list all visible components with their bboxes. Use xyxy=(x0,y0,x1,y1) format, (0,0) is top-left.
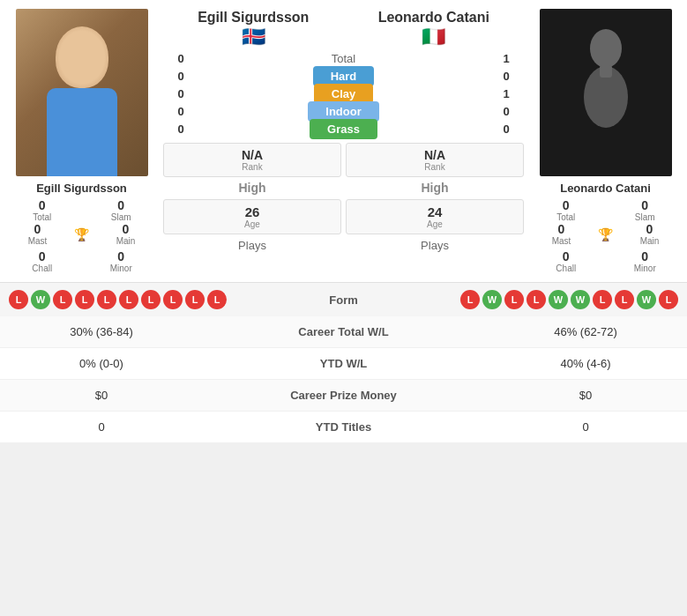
left-total-score: 0 xyxy=(163,52,198,65)
form-badge-l: L xyxy=(526,290,546,309)
form-badge-l: L xyxy=(615,290,634,309)
right-chall-label: Chall xyxy=(528,263,604,273)
stats-left-2: $0 xyxy=(13,389,190,402)
right-name-center: Leonardo Catani xyxy=(344,9,525,26)
form-badge-l: L xyxy=(119,290,138,309)
right-age-value: 24 xyxy=(428,204,443,219)
left-main-label: Main xyxy=(93,236,159,246)
form-label: Form xyxy=(329,293,358,307)
left-mast-item: 0 Mast xyxy=(4,222,71,246)
form-badge-w: W xyxy=(482,290,502,309)
right-mast-label: Mast xyxy=(528,236,594,246)
left-slam-item: 0 Slam xyxy=(84,198,160,222)
left-chall-item: 0 Chall xyxy=(4,249,80,273)
stats-row-1: 0% (0-0)YTD W/L40% (4-6) xyxy=(0,348,687,380)
stats-rows: 30% (36-84)Career Total W/L46% (62-72)0%… xyxy=(0,316,687,443)
left-flag: 🇮🇸 xyxy=(163,26,344,48)
right-chall-minor-row: 0 Chall 0 Minor xyxy=(528,249,683,273)
form-badge-l: L xyxy=(460,290,480,309)
players-section: Egill Sigurdsson 0 Total 0 Slam 0 Mast 🏆 xyxy=(0,0,687,282)
left-clay-score: 0 xyxy=(163,87,198,100)
left-player-photo xyxy=(16,9,148,176)
left-slam-label: Slam xyxy=(84,212,160,222)
stats-label-2: Career Prize Money xyxy=(190,389,497,402)
right-rank-box: N/A Rank xyxy=(346,143,524,177)
form-badge-l: L xyxy=(141,290,161,309)
right-mast-item: 0 Mast xyxy=(528,222,594,246)
left-trophy-icon: 🏆 xyxy=(74,227,89,241)
left-plays: Plays xyxy=(163,239,341,252)
left-rank-box: N/A Rank xyxy=(163,143,341,177)
form-badge-l: L xyxy=(207,290,227,309)
right-stats-total-slam: 0 Total 0 Slam xyxy=(528,198,683,222)
stats-right-3: 0 xyxy=(497,420,674,434)
stats-right-1: 40% (4-6) xyxy=(497,357,674,370)
left-player-name: Egill Sigurdsson xyxy=(36,182,127,195)
right-minor-label: Minor xyxy=(608,263,683,273)
form-badge-l: L xyxy=(163,290,183,309)
silhouette-svg xyxy=(571,26,641,159)
stats-label-0: Career Total W/L xyxy=(190,325,497,338)
main-container: Egill Sigurdsson 0 Total 0 Slam 0 Mast 🏆 xyxy=(0,0,687,443)
center-content: Egill Sigurdsson 🇮🇸 Leonardo Catani 🇮🇹 0… xyxy=(159,9,528,273)
right-age-box: 24 Age xyxy=(346,199,524,234)
right-minor-item: 0 Minor xyxy=(608,249,683,273)
right-main-label: Main xyxy=(616,236,683,246)
form-badge-l: L xyxy=(97,290,116,309)
left-age-value: 26 xyxy=(245,204,260,219)
stats-label-3: YTD Titles xyxy=(190,420,497,434)
right-trophy-icon: 🏆 xyxy=(598,227,613,241)
stats-row-2: $0Career Prize Money$0 xyxy=(0,380,687,412)
stats-left-0: 30% (36-84) xyxy=(13,325,190,338)
left-minor-value: 0 xyxy=(84,249,160,263)
left-rank-value: N/A xyxy=(242,148,263,162)
left-name-center: Egill Sigurdsson xyxy=(163,9,344,26)
right-rank-value: N/A xyxy=(424,148,445,162)
right-total-item: 0 Total xyxy=(528,198,604,222)
form-badge-l: L xyxy=(185,290,205,309)
left-mast-label: Mast xyxy=(4,236,71,246)
grass-badge: Grass xyxy=(310,119,377,139)
form-section: LWLLLLLLLL Form LWLLWWLLWL xyxy=(0,282,687,316)
left-name-flag: Egill Sigurdsson 🇮🇸 xyxy=(163,9,344,48)
left-total-item: 0 Total xyxy=(4,198,80,222)
left-age-label: Age xyxy=(244,219,260,229)
right-player-name: Leonardo Catani xyxy=(560,182,651,195)
left-chall-minor-row: 0 Chall 0 Minor xyxy=(4,249,159,273)
right-total-value: 0 xyxy=(528,198,604,212)
right-age-label: Age xyxy=(427,219,443,229)
right-slam-item: 0 Slam xyxy=(608,198,683,222)
form-badge-l: L xyxy=(53,290,72,309)
stats-right-2: $0 xyxy=(497,389,674,402)
right-main-value: 0 xyxy=(616,222,683,236)
left-chall-label: Chall xyxy=(4,263,80,273)
right-clay-score: 1 xyxy=(489,87,524,100)
left-total-label: Total xyxy=(4,212,80,222)
left-form-badges: LWLLLLLLLL xyxy=(9,290,227,309)
left-hard-score: 0 xyxy=(163,70,198,83)
right-grass-score: 0 xyxy=(489,122,524,136)
left-main-item: 0 Main xyxy=(93,222,159,246)
form-badge-l: L xyxy=(659,290,678,309)
total-label: Total xyxy=(198,52,489,65)
right-hard-score: 0 xyxy=(489,70,524,83)
form-badge-l: L xyxy=(9,290,28,309)
left-mast-value: 0 xyxy=(4,222,71,236)
left-total-value: 0 xyxy=(4,198,80,212)
right-plays: Plays xyxy=(346,239,524,252)
left-minor-label: Minor xyxy=(84,263,160,273)
left-player-col: Egill Sigurdsson 0 Total 0 Slam 0 Mast 🏆 xyxy=(4,9,159,273)
left-trophy-row: 0 Mast 🏆 0 Main xyxy=(4,222,159,246)
right-total-label: Total xyxy=(528,212,604,222)
left-rank-label: Rank xyxy=(242,162,262,172)
stats-left-3: 0 xyxy=(13,420,190,434)
stats-row-3: 0YTD Titles0 xyxy=(0,412,687,443)
left-indoor-score: 0 xyxy=(163,105,198,118)
left-slam-value: 0 xyxy=(84,198,160,212)
right-form-badges: LWLLWWLLWL xyxy=(460,290,678,309)
left-high: High xyxy=(163,181,341,195)
form-badge-w: W xyxy=(571,290,590,309)
form-badge-l: L xyxy=(504,290,524,309)
right-indoor-score: 0 xyxy=(489,105,524,118)
right-minor-value: 0 xyxy=(608,249,683,263)
